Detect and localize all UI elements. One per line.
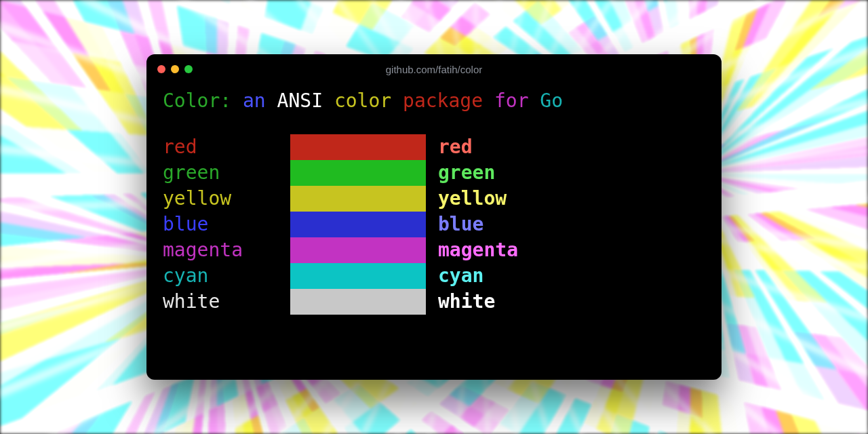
color-bold-yellow: yellow xyxy=(438,186,580,212)
headline-word-10: for xyxy=(494,90,529,112)
close-icon[interactable] xyxy=(157,65,165,73)
headline-word-5 xyxy=(323,90,334,112)
color-swatch-magenta xyxy=(290,237,426,263)
headline-word-1 xyxy=(231,90,243,112)
headline-word-7 xyxy=(391,90,403,112)
window-title: github.com/fatih/color xyxy=(146,64,722,75)
color-label-yellow: yellow xyxy=(163,186,278,212)
color-bold-green: green xyxy=(438,160,580,186)
color-bold-white: white xyxy=(438,289,580,315)
color-swatch-red xyxy=(290,134,426,160)
color-label-red: red xyxy=(163,134,278,160)
color-bold-cyan: cyan xyxy=(438,263,580,289)
color-bold-blue: blue xyxy=(438,212,580,237)
color-bold-magenta: magenta xyxy=(438,237,580,263)
headline-word-0: Color: xyxy=(163,90,231,112)
terminal-window: github.com/fatih/color Color: an ANSI co… xyxy=(146,54,722,380)
headline-word-11 xyxy=(529,90,540,112)
color-bold-red: red xyxy=(438,134,580,160)
traffic-lights xyxy=(157,65,193,73)
headline-word-8: package xyxy=(403,90,483,112)
color-label-blue: blue xyxy=(163,212,278,237)
color-swatch-cyan xyxy=(290,263,426,289)
color-swatch-yellow xyxy=(290,186,426,212)
titlebar: github.com/fatih/color xyxy=(146,54,722,84)
color-swatch-blue xyxy=(290,212,426,237)
color-grid: redredgreengreenyellowyellowbluebluemage… xyxy=(163,134,705,315)
color-label-green: green xyxy=(163,160,278,186)
headline-word-9 xyxy=(483,90,494,112)
color-label-cyan: cyan xyxy=(163,263,278,289)
zoom-icon[interactable] xyxy=(184,65,193,73)
color-label-magenta: magenta xyxy=(163,237,278,263)
headline: Color: an ANSI color package for Go xyxy=(163,88,705,114)
color-swatch-white xyxy=(290,289,426,315)
headline-word-3 xyxy=(266,90,277,112)
color-swatch-green xyxy=(290,160,426,186)
headline-word-12: Go xyxy=(540,90,563,112)
headline-word-2: an xyxy=(243,90,266,112)
minimize-icon[interactable] xyxy=(171,65,179,73)
color-label-white: white xyxy=(163,289,278,315)
headline-word-6: color xyxy=(334,90,391,112)
terminal-body: Color: an ANSI color package for Go redr… xyxy=(146,84,722,328)
headline-word-4: ANSI xyxy=(277,90,323,112)
